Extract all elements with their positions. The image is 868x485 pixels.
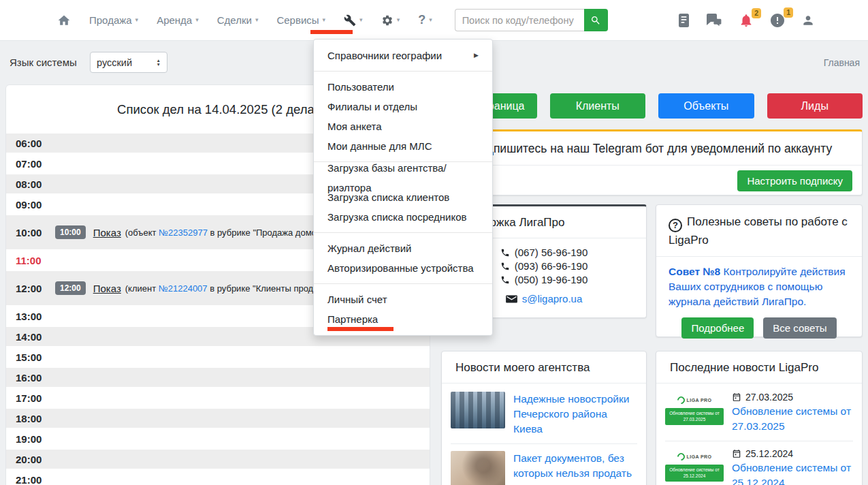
time-label: 10:00 [16,227,55,238]
time-label: 14:00 [16,331,55,343]
support-phone-number: (093) 66-96-190 [515,260,588,273]
menu-item-partnerka[interactable]: Партнерка [314,309,492,329]
menu-item-mls-data[interactable]: Мои данные для МЛС [314,136,492,156]
search-input[interactable] [455,9,584,31]
home-button[interactable] [57,14,71,27]
phone-icon [500,262,510,271]
menu-arenda[interactable]: Аренда ▾ [157,14,199,26]
submenu-arrow-icon: ▶ [474,46,479,65]
news-thumb-caption: Обновление системы от 27.03.2025 [665,408,724,425]
search-group [455,9,608,31]
calendar-icon [732,392,741,402]
menu-label: Сервисы [276,14,319,26]
support-phone: (067) 56-96-190 [500,246,588,260]
time-label: 21:00 [16,474,55,485]
menu-item-label: Моя анкета [327,116,382,136]
menu-item-upload-agency-base[interactable]: Загрузка базы агентства/риэлтора [314,168,492,187]
event-link[interactable]: Показ [93,283,121,294]
menu-item-personal-account[interactable]: Личный счет [314,290,492,309]
news-link[interactable]: Надежные новостройки Печерского района К… [513,392,637,437]
clients-button[interactable]: Клиенты [550,93,646,119]
news-link[interactable]: Пакет документов, без которых нельзя про… [513,451,637,485]
menu-label: Сделки [217,14,252,26]
menu-item-label: Личный счет [327,290,387,309]
object-number-link[interactable]: №22352977 [159,228,208,238]
gear-icon [381,14,393,27]
menu-sdelki[interactable]: Сделки ▾ [217,14,259,26]
ligapro-news-card: Последние новости LigaPro LIGA PRO Обнов… [656,351,863,485]
chevron-down-icon: ▾ [429,17,432,23]
search-button[interactable] [584,9,608,31]
support-email-link[interactable]: s@ligapro.ua [522,293,583,304]
event-link[interactable]: Показ [93,227,121,238]
person-icon [801,14,815,27]
address-book-button[interactable] [678,13,690,28]
tip-details-button[interactable]: Подробнее [681,317,754,339]
event-description: (объект №22352977 в рубрике "Продажа дом… [125,228,327,238]
ligapro-logo-icon [675,394,686,405]
menu-servisy[interactable]: Сервисы ▾ [276,14,325,26]
calendar-icon [732,449,741,458]
news-thumbnail-logo[interactable]: LIGA PRO Обновление системы от 27.03.202… [665,392,724,434]
notifications-count-badge: 2 [752,8,761,18]
news-link[interactable]: Обновление системы от 27.03.2025 [732,405,851,432]
tips-title-text: Полезные советы по работе с LigaPro [669,215,848,247]
menu-item-users[interactable]: Пользователи [314,77,492,97]
alerts-button[interactable]: 1 [769,12,786,29]
client-number-link[interactable]: №21224007 [159,283,208,294]
chat-bubbles-icon [705,13,723,28]
event-text-part: (объект [125,228,159,238]
time-label: 15:00 [16,351,55,363]
telegram-notice-footer: Настроить подписку [442,165,862,191]
language-label: Язык системы [10,57,77,68]
news-thumbnail-logo[interactable]: LIGA PRO Обновление системы от 25.12.202… [665,448,724,485]
phone-icon [500,248,510,257]
tips-card: ?Полезные советы по работе с LigaPro Сов… [656,204,863,337]
menu-item-my-profile[interactable]: Моя анкета [314,116,492,136]
home-icon [57,14,71,27]
time-label: 06:00 [16,138,55,149]
time-label: 20:00 [16,454,55,465]
telegram-notice-card: Подпишитесь на наш Telegram бот для увед… [441,129,863,195]
news-item: Пакет документов, без которых нельзя про… [451,451,637,485]
menu-item-label: Партнерка [327,309,378,329]
address-book-icon [678,13,690,28]
annotation-underline-partnerka [327,327,393,331]
notifications-button[interactable]: 2 [739,13,754,28]
chevron-down-icon: ▾ [359,17,363,23]
configure-subscription-button[interactable]: Настроить подписку [737,170,852,191]
event-time-badge: 12:00 [55,281,86,295]
all-tips-button[interactable]: Все советы [763,317,836,339]
schedule-row: 19:00 [6,429,430,450]
news-thumbnail-city[interactable] [451,392,505,428]
news-link[interactable]: Обновление системы от 25.12.2024 [732,462,851,485]
tip-label: Совет №8 [669,266,720,277]
menu-settings[interactable]: ▾ [381,14,400,27]
chevron-down-icon: ▾ [195,17,199,23]
chevron-down-icon: ▾ [135,17,139,23]
menu-item-authorized-devices[interactable]: Авторизированные устройства [314,258,492,278]
menu-item-action-log[interactable]: Журнал действий [314,238,492,258]
annotation-underline-tools [310,30,353,34]
schedule-row: 16:00 [6,368,430,388]
menu-item-geo-directories[interactable]: Справочники географии ▶ [314,46,492,65]
menu-help[interactable]: ? ▾ [418,13,432,27]
menu-item-upload-clients[interactable]: Загрузка списка клиентов [314,187,492,207]
objects-button[interactable]: Объекты [658,93,754,119]
messages-button[interactable] [705,13,723,28]
leads-button[interactable]: Лиды [767,93,863,119]
news-date: 27.03.2025 [745,392,793,403]
menu-prodazha[interactable]: Продажа ▾ [89,14,138,26]
time-label: 13:00 [16,311,55,322]
menu-item-upload-intermediaries[interactable]: Загрузка списка посредников [314,207,492,227]
menu-tools[interactable]: ▾ [344,14,363,27]
breadcrumb: Главная [824,57,860,68]
profile-button[interactable] [801,14,815,27]
language-select[interactable]: русский ▲ ▼ [90,52,167,73]
agency-news-list: Надежные новостройки Печерского района К… [442,384,646,485]
time-label: 08:00 [16,178,55,190]
ligapro-brand-text: LIGA PRO [687,454,712,459]
news-thumbnail-documents[interactable] [451,451,505,485]
envelope-icon [506,294,517,304]
menu-item-branches[interactable]: Филиалы и отделы [314,97,492,116]
